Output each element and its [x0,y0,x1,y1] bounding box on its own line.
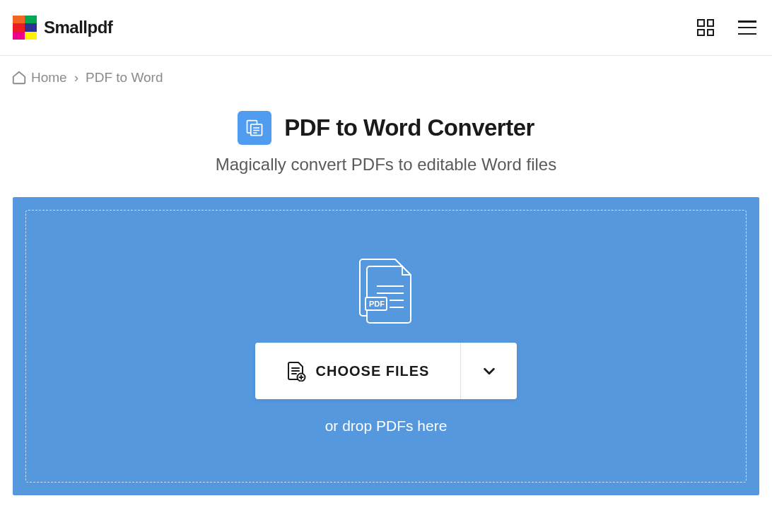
title-section: PDF to Word Converter Magically convert … [0,98,772,197]
page-subtitle: Magically convert PDFs to editable Word … [0,155,772,175]
choose-files-row: CHOOSE FILES [255,343,517,399]
home-icon [11,70,27,85]
svg-rect-1 [251,124,262,136]
breadcrumb-home[interactable]: Home [11,70,67,85]
svg-text:PDF: PDF [369,300,385,308]
logo[interactable]: Smallpdf [13,16,112,40]
choose-files-button[interactable]: CHOOSE FILES [255,343,461,399]
pdf-to-word-icon [245,118,264,138]
file-add-icon [286,360,306,382]
drop-hint: or drop PDFs here [325,418,448,435]
breadcrumb-home-label: Home [31,70,67,85]
tool-icon [238,111,271,145]
header-actions [697,19,759,36]
header: Smallpdf [0,0,772,56]
drop-zone[interactable]: PDF CHOOSE FILES [13,197,759,495]
breadcrumb-separator: › [74,70,78,85]
menu-icon[interactable] [738,20,756,35]
logo-mark-icon [13,16,37,40]
brand-name: Smallpdf [44,18,112,37]
chevron-down-icon [481,363,497,379]
pdf-stack-icon: PDF [356,258,416,324]
breadcrumb-current: PDF to Word [86,70,163,85]
choose-files-label: CHOOSE FILES [316,363,430,379]
apps-grid-icon[interactable] [697,19,714,36]
breadcrumb: Home › PDF to Word [0,56,772,98]
page-title: PDF to Word Converter [284,114,534,141]
drop-zone-inner: PDF CHOOSE FILES [25,210,747,483]
choose-files-dropdown[interactable] [460,343,517,399]
